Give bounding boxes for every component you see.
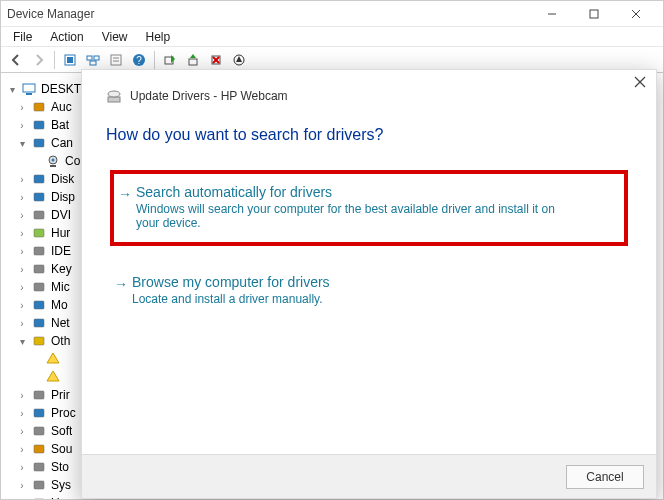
device-icon [31, 405, 47, 421]
svg-point-48 [108, 91, 120, 97]
svg-rect-32 [34, 247, 44, 255]
svg-rect-33 [34, 265, 44, 273]
expand-icon[interactable]: › [17, 102, 27, 113]
expand-icon[interactable]: › [17, 480, 27, 491]
window-title: Device Manager [7, 7, 94, 21]
cancel-button[interactable]: Cancel [566, 465, 644, 489]
device-icon [31, 225, 47, 241]
device-icon [31, 315, 47, 331]
svg-rect-20 [23, 84, 35, 92]
expand-icon[interactable]: › [17, 444, 27, 455]
svg-rect-42 [34, 463, 44, 471]
expand-icon[interactable]: › [17, 120, 27, 131]
svg-rect-47 [108, 97, 120, 102]
tree-item-label: Can [51, 136, 73, 150]
expand-icon[interactable]: ▾ [17, 138, 27, 149]
option-search-automatically[interactable]: → Search automatically for drivers Windo… [110, 170, 628, 246]
option1-title: Search automatically for drivers [136, 184, 610, 200]
collapse-icon[interactable]: ▾ [7, 84, 17, 95]
tree-item-label: Sou [51, 442, 72, 456]
menu-action[interactable]: Action [42, 29, 91, 45]
maximize-button[interactable] [573, 3, 615, 25]
expand-icon[interactable]: › [17, 264, 27, 275]
back-button[interactable] [5, 49, 27, 71]
expand-icon[interactable]: ▾ [17, 336, 27, 347]
update-driver-icon[interactable] [182, 49, 204, 71]
dialog-header-text: Update Drivers - HP Webcam [130, 89, 288, 103]
option2-title: Browse my computer for drivers [132, 274, 614, 290]
device-icon [31, 261, 47, 277]
dialog-header: Update Drivers - HP Webcam [82, 70, 656, 110]
expand-icon[interactable]: › [17, 192, 27, 203]
help-icon[interactable]: ? [128, 49, 150, 71]
disable-icon[interactable] [228, 49, 250, 71]
tree-item-label: Disp [51, 190, 75, 204]
device-icon [31, 135, 47, 151]
expand-icon[interactable]: › [17, 246, 27, 257]
expand-icon[interactable]: › [17, 462, 27, 473]
toolbar-details-icon[interactable] [105, 49, 127, 71]
uninstall-icon[interactable] [205, 49, 227, 71]
tree-item-label: Soft [51, 424, 72, 438]
svg-rect-36 [34, 319, 44, 327]
svg-rect-15 [189, 59, 197, 65]
expand-icon[interactable]: › [17, 228, 27, 239]
expand-icon[interactable]: › [17, 174, 27, 185]
tree-item-label: Un [51, 496, 66, 499]
tree-item-label: Key [51, 262, 72, 276]
expand-icon[interactable]: › [17, 426, 27, 437]
expand-icon[interactable]: › [17, 300, 27, 311]
tree-item-label: Mic [51, 280, 70, 294]
update-drivers-dialog: Update Drivers - HP Webcam How do you wa… [81, 69, 657, 499]
tree-item-label: Sys [51, 478, 71, 492]
option1-desc: Windows will search your computer for th… [136, 202, 556, 230]
menu-file[interactable]: File [5, 29, 40, 45]
minimize-button[interactable] [531, 3, 573, 25]
expand-icon[interactable]: › [17, 210, 27, 221]
device-icon [31, 423, 47, 439]
arrow-right-icon: → [118, 186, 132, 202]
device-icon [31, 387, 47, 403]
option-browse-computer[interactable]: → Browse my computer for drivers Locate … [110, 264, 628, 318]
menu-help[interactable]: Help [138, 29, 179, 45]
svg-rect-5 [67, 57, 73, 63]
device-icon [31, 99, 47, 115]
device-icon [31, 279, 47, 295]
menubar: File Action View Help [1, 27, 663, 47]
forward-button[interactable] [28, 49, 50, 71]
svg-rect-31 [34, 229, 44, 237]
titlebar: Device Manager [1, 1, 663, 27]
device-icon [31, 189, 47, 205]
tree-item-label: IDE [51, 244, 71, 258]
svg-rect-22 [34, 103, 44, 111]
toolbar-action-icon[interactable] [59, 49, 81, 71]
cancel-label: Cancel [586, 470, 623, 484]
menu-view[interactable]: View [94, 29, 136, 45]
device-icon [31, 441, 47, 457]
svg-point-26 [52, 159, 55, 162]
tree-item-label: Auc [51, 100, 72, 114]
expand-icon[interactable]: › [17, 282, 27, 293]
expand-icon[interactable]: › [17, 408, 27, 419]
close-button[interactable] [615, 3, 657, 25]
unknown-device-icon [45, 369, 61, 385]
tree-item-label: DVI [51, 208, 71, 222]
device-icon [31, 243, 47, 259]
device-icon [31, 477, 47, 493]
toolbar-view-icon[interactable] [82, 49, 104, 71]
svg-rect-21 [26, 93, 32, 95]
dialog-footer: Cancel [82, 454, 656, 498]
svg-rect-38 [34, 391, 44, 399]
drive-icon [106, 88, 122, 104]
svg-rect-40 [34, 427, 44, 435]
expand-icon[interactable]: › [17, 318, 27, 329]
dialog-close-button[interactable] [634, 76, 646, 88]
svg-rect-1 [590, 10, 598, 18]
tree-item-label: Sto [51, 460, 69, 474]
expand-icon[interactable]: › [17, 498, 27, 500]
device-icon [31, 171, 47, 187]
scan-hardware-icon[interactable] [159, 49, 181, 71]
option2-desc: Locate and install a driver manually. [132, 292, 552, 306]
expand-icon[interactable]: › [17, 390, 27, 401]
tree-item-label: Oth [51, 334, 70, 348]
